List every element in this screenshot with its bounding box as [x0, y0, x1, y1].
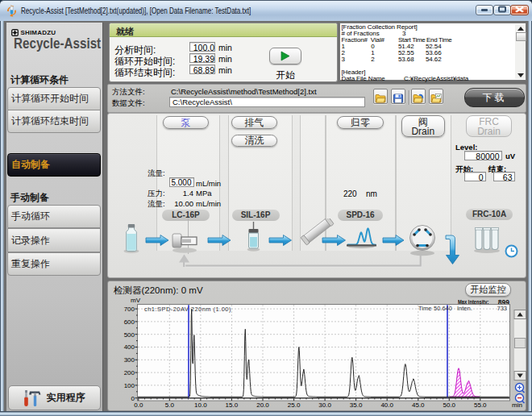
- svg-text:200: 200: [124, 369, 135, 376]
- svg-text:ch1:SPD-20AV 220nm (1.00): ch1:SPD-20AV 220nm (1.00): [144, 306, 231, 313]
- svg-text:Time: Time: [418, 305, 431, 312]
- svg-text:400: 400: [124, 343, 135, 351]
- svg-text:50.640: 50.640: [434, 305, 452, 312]
- svg-text:0.0: 0.0: [134, 401, 143, 409]
- svg-text:45.0: 45.0: [412, 401, 425, 409]
- svg-text:55.0: 55.0: [474, 401, 487, 409]
- svg-text:30.0: 30.0: [318, 401, 331, 409]
- svg-text:500: 500: [124, 331, 135, 339]
- svg-text:10.0: 10.0: [194, 401, 207, 409]
- svg-text:25.0: 25.0: [288, 401, 301, 409]
- svg-text:733: 733: [497, 305, 507, 312]
- svg-text:300: 300: [124, 356, 135, 364]
- svg-text:600: 600: [124, 318, 135, 326]
- svg-text:Inten.: Inten.: [457, 305, 472, 312]
- svg-text:700: 700: [124, 306, 135, 313]
- svg-text:40.0: 40.0: [380, 401, 393, 409]
- svg-text:35.0: 35.0: [350, 401, 363, 409]
- svg-text:20.0: 20.0: [256, 401, 269, 409]
- svg-text:15.0: 15.0: [226, 401, 239, 409]
- svg-text:100: 100: [124, 382, 135, 389]
- svg-text:5.0: 5.0: [165, 401, 175, 409]
- svg-text:mV: mV: [131, 297, 141, 304]
- svg-text:50.0: 50.0: [443, 401, 456, 409]
